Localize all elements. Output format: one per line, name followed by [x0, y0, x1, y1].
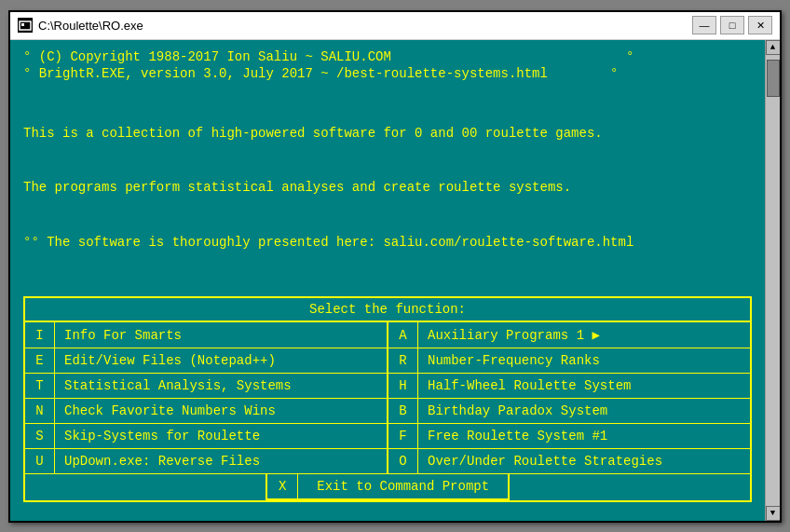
menu-key-left-4[interactable]: S	[25, 424, 55, 448]
menu-label-right-1[interactable]: Number-Frequency Ranks	[418, 348, 750, 373]
menu-left-0: I Info For Smarts	[25, 322, 388, 348]
scroll-down-button[interactable]: ▼	[766, 506, 781, 521]
menu-label-left-2[interactable]: Statistical Analysis, Systems	[55, 374, 387, 398]
scroll-up-button[interactable]: ▲	[766, 40, 781, 55]
menu-label-right-3[interactable]: Birthday Paradox System	[418, 399, 750, 423]
menu-right-2: H Half-Wheel Roulette System	[388, 374, 750, 398]
menu-label-right-0[interactable]: Auxiliary Programs 1 ▶	[418, 322, 750, 348]
menu-key-right-2[interactable]: H	[388, 374, 418, 398]
window-icon	[18, 18, 33, 33]
content-area: ° (C) Copyright 1988-2017 Ion Saliu ~ SA…	[10, 40, 780, 521]
menu-right-4: F Free Roulette System #1	[388, 424, 750, 448]
menu-key-right-0[interactable]: A	[388, 322, 418, 348]
menu-row-5: U UpDown.exe: Reverse Files O Over/Under…	[25, 449, 750, 473]
exit-row: X Exit to Command Prompt	[25, 473, 750, 500]
window-title: C:\Roulette\RO.exe	[38, 19, 143, 33]
menu-right-0: A Auxiliary Programs 1 ▶	[388, 322, 750, 348]
menu-title-row: Select the function:	[25, 298, 750, 322]
menu-label-left-3[interactable]: Check Favorite Numbers Wins	[55, 399, 387, 423]
description-block: This is a collection of high-powered sof…	[23, 89, 752, 290]
menu-left-5: U UpDown.exe: Reverse Files	[25, 449, 388, 473]
exit-label[interactable]: Exit to Command Prompt	[298, 474, 508, 498]
menu-label-right-5[interactable]: Over/Under Roulette Strategies	[418, 449, 750, 473]
menu-right-5: O Over/Under Roulette Strategies	[388, 449, 750, 473]
maximize-button[interactable]: □	[720, 16, 744, 34]
minimize-button[interactable]: —	[692, 16, 716, 34]
menu-label-right-4[interactable]: Free Roulette System #1	[418, 424, 750, 448]
scrollbar-thumb[interactable]	[767, 60, 780, 97]
menu-box: Select the function: I Info For Smarts A…	[23, 296, 752, 502]
header-line-1: ° (C) Copyright 1988-2017 Ion Saliu ~ SA…	[23, 49, 752, 64]
menu-key-right-3[interactable]: B	[388, 399, 418, 423]
title-bar-left: C:\Roulette\RO.exe	[18, 18, 143, 33]
menu-title-text: Select the function:	[309, 302, 466, 317]
scrollbar[interactable]: ▲ ▼	[765, 40, 780, 521]
menu-label-right-2[interactable]: Half-Wheel Roulette System	[418, 374, 750, 398]
svg-rect-1	[21, 23, 24, 26]
menu-left-4: S Skip-Systems for Roulette	[25, 424, 388, 448]
menu-key-left-5[interactable]: U	[25, 449, 55, 473]
title-controls: — □ ✕	[692, 16, 772, 34]
title-bar: C:\Roulette\RO.exe — □ ✕	[10, 12, 780, 40]
menu-right-3: B Birthday Paradox System	[388, 399, 750, 423]
close-button[interactable]: ✕	[748, 16, 772, 34]
menu-label-left-5[interactable]: UpDown.exe: Reverse Files	[55, 449, 387, 473]
menu-key-right-5[interactable]: O	[388, 449, 418, 473]
menu-row-0: I Info For Smarts A Auxiliary Programs 1…	[25, 322, 750, 348]
menu-key-right-1[interactable]: R	[388, 348, 418, 373]
menu-row-3: N Check Favorite Numbers Wins B Birthday…	[25, 399, 750, 424]
menu-key-left-2[interactable]: T	[25, 374, 55, 398]
main-window: C:\Roulette\RO.exe — □ ✕ ° (C) Copyright…	[8, 10, 782, 523]
menu-key-left-1[interactable]: E	[25, 348, 55, 373]
header-line-2: ° BrightR.EXE, version 3.0, July 2017 ~ …	[23, 66, 752, 81]
menu-left-2: T Statistical Analysis, Systems	[25, 374, 388, 398]
scrollbar-track[interactable]	[766, 55, 780, 506]
desc-line-2: The programs perform statistical analyse…	[23, 179, 752, 198]
menu-label-left-0[interactable]: Info For Smarts	[55, 322, 387, 348]
menu-row-1: E Edit/View Files (Notepad++) R Number-F…	[25, 348, 750, 374]
exit-key[interactable]: X	[267, 474, 298, 498]
menu-key-right-4[interactable]: F	[388, 424, 418, 448]
menu-rows-container: I Info For Smarts A Auxiliary Programs 1…	[25, 322, 750, 473]
menu-key-left-0[interactable]: I	[25, 322, 55, 348]
menu-label-left-1[interactable]: Edit/View Files (Notepad++)	[55, 348, 387, 373]
exit-box: X Exit to Command Prompt	[266, 474, 510, 500]
menu-row-2: T Statistical Analysis, Systems H Half-W…	[25, 374, 750, 399]
desc-line-3: °° The software is thoroughly presented …	[23, 234, 752, 252]
menu-key-left-3[interactable]: N	[25, 399, 55, 423]
menu-label-left-4[interactable]: Skip-Systems for Roulette	[55, 424, 387, 448]
menu-left-1: E Edit/View Files (Notepad++)	[25, 348, 388, 373]
menu-row-4: S Skip-Systems for Roulette F Free Roule…	[25, 424, 750, 449]
menu-left-3: N Check Favorite Numbers Wins	[25, 399, 388, 423]
desc-line-1: This is a collection of high-powered sof…	[23, 125, 752, 143]
menu-right-1: R Number-Frequency Ranks	[388, 348, 750, 373]
svg-rect-0	[20, 21, 31, 30]
terminal-area: ° (C) Copyright 1988-2017 Ion Saliu ~ SA…	[10, 40, 765, 521]
